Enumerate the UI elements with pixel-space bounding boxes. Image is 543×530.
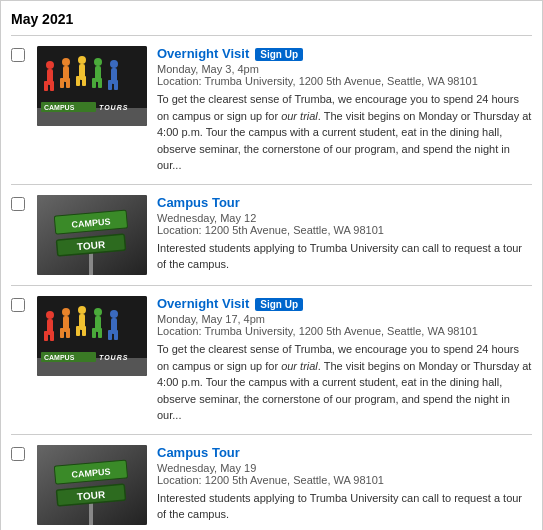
svg-point-34 <box>46 311 54 319</box>
event-desc-em: our trial <box>281 360 318 372</box>
svg-rect-44 <box>76 326 80 336</box>
event-location: Location: Trumba University, 1200 5th Av… <box>157 75 478 87</box>
campus-tours-image: CAMPUS TOURS <box>37 46 147 126</box>
event-description: Interested students applying to Trumba U… <box>157 490 532 523</box>
event-item: CAMPUS TOUR Campus TourWednesday, May 12… <box>11 184 532 285</box>
event-location: Location: Trumba University, 1200 5th Av… <box>157 325 478 337</box>
month-header: May 2021 <box>11 11 532 27</box>
svg-rect-9 <box>66 78 70 88</box>
event-checkbox[interactable] <box>11 447 25 461</box>
signup-button[interactable]: Sign Up <box>255 298 303 311</box>
event-checkbox[interactable] <box>11 298 25 312</box>
svg-rect-37 <box>50 331 54 341</box>
svg-rect-16 <box>92 78 96 88</box>
svg-rect-17 <box>98 78 102 88</box>
svg-rect-41 <box>66 328 70 338</box>
svg-text:CAMPUS: CAMPUS <box>44 104 75 111</box>
svg-point-14 <box>94 58 102 66</box>
campus-tour-image: CAMPUS TOUR <box>37 195 147 275</box>
event-description: To get the clearest sense of Trumba, we … <box>157 91 532 174</box>
event-checkbox-col <box>11 296 27 315</box>
event-content: Campus TourWednesday, May 19Location: 12… <box>157 445 532 523</box>
event-date: Monday, May 3, 4pm <box>157 63 259 75</box>
event-checkbox-col <box>11 195 27 214</box>
event-title-row: Campus Tour <box>157 195 532 210</box>
signup-button[interactable]: Sign Up <box>255 48 303 61</box>
event-date: Monday, May 17, 4pm <box>157 313 265 325</box>
svg-rect-4 <box>44 81 48 91</box>
event-date: Wednesday, May 19 <box>157 462 256 474</box>
event-content: Campus TourWednesday, May 12Location: 12… <box>157 195 532 273</box>
event-meta: Wednesday, May 19Location: 1200 5th Aven… <box>157 462 532 486</box>
svg-rect-45 <box>82 326 86 336</box>
event-title-row: Overnight VisitSign Up <box>157 46 532 61</box>
event-content: Overnight VisitSign UpMonday, May 3, 4pm… <box>157 46 532 174</box>
svg-point-10 <box>78 56 86 64</box>
svg-rect-53 <box>114 330 118 340</box>
svg-rect-48 <box>92 328 96 338</box>
event-location: Location: 1200 5th Avenue, Seattle, WA 9… <box>157 224 384 236</box>
event-title[interactable]: Overnight Visit <box>157 46 249 61</box>
svg-rect-5 <box>50 81 54 91</box>
event-item: CAMPUS TOURS Overnight VisitSign UpMonda… <box>11 285 532 434</box>
event-checkbox[interactable] <box>11 197 25 211</box>
event-title[interactable]: Campus Tour <box>157 195 240 210</box>
event-meta: Monday, May 17, 4pmLocation: Trumba Univ… <box>157 313 532 337</box>
event-title-row: Campus Tour <box>157 445 532 460</box>
svg-rect-52 <box>108 330 112 340</box>
svg-text:TOURS: TOURS <box>99 354 128 361</box>
svg-point-42 <box>78 306 86 314</box>
svg-point-50 <box>110 310 118 318</box>
event-location: Location: 1200 5th Avenue, Seattle, WA 9… <box>157 474 384 486</box>
event-checkbox-col <box>11 46 27 65</box>
event-checkbox-col <box>11 445 27 464</box>
event-meta: Monday, May 3, 4pmLocation: Trumba Unive… <box>157 63 532 87</box>
event-desc-em: our trial <box>281 110 318 122</box>
svg-point-6 <box>62 58 70 66</box>
campus-tour-image: CAMPUS TOUR <box>37 445 147 525</box>
svg-point-2 <box>46 61 54 69</box>
event-item: CAMPUS TOURS Overnight VisitSign UpMonda… <box>11 35 532 184</box>
svg-point-38 <box>62 308 70 316</box>
event-checkbox[interactable] <box>11 48 25 62</box>
events-list: CAMPUS TOURS Overnight VisitSign UpMonda… <box>11 35 532 530</box>
svg-point-18 <box>110 60 118 68</box>
event-description: To get the clearest sense of Trumba, we … <box>157 341 532 424</box>
svg-rect-36 <box>44 331 48 341</box>
svg-text:TOURS: TOURS <box>99 104 128 111</box>
svg-rect-8 <box>60 78 64 88</box>
svg-rect-40 <box>60 328 64 338</box>
svg-rect-13 <box>82 76 86 86</box>
event-meta: Wednesday, May 12Location: 1200 5th Aven… <box>157 212 532 236</box>
svg-rect-21 <box>114 80 118 90</box>
campus-tours-image: CAMPUS TOURS <box>37 296 147 376</box>
event-title[interactable]: Overnight Visit <box>157 296 249 311</box>
event-title-row: Overnight VisitSign Up <box>157 296 532 311</box>
event-date: Wednesday, May 12 <box>157 212 256 224</box>
event-content: Overnight VisitSign UpMonday, May 17, 4p… <box>157 296 532 424</box>
svg-point-46 <box>94 308 102 316</box>
svg-rect-12 <box>76 76 80 86</box>
event-item: CAMPUS TOUR Campus TourWednesday, May 19… <box>11 434 532 530</box>
event-title[interactable]: Campus Tour <box>157 445 240 460</box>
svg-rect-49 <box>98 328 102 338</box>
events-container: May 2021 <box>0 0 543 530</box>
svg-rect-20 <box>108 80 112 90</box>
svg-text:CAMPUS: CAMPUS <box>44 354 75 361</box>
event-description: Interested students applying to Trumba U… <box>157 240 532 273</box>
